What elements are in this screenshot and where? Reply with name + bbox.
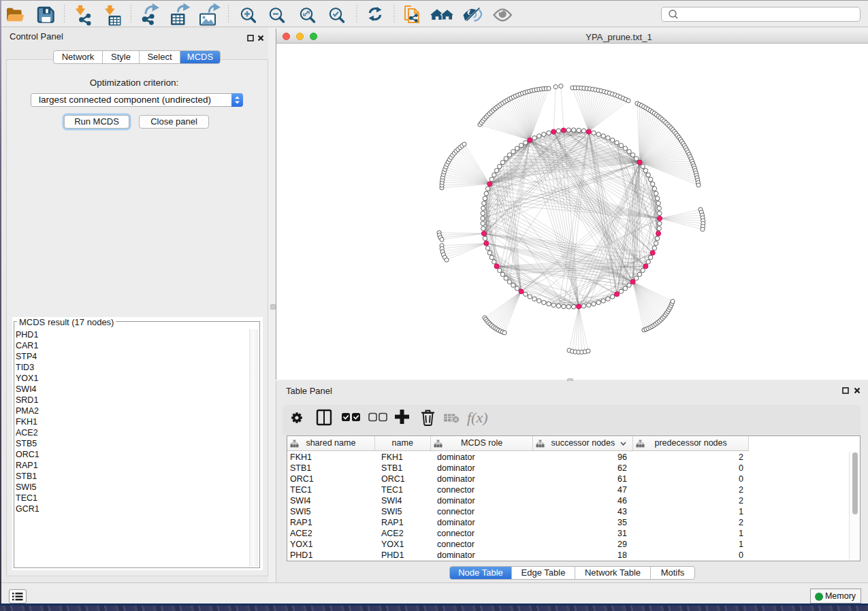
svg-text:f(x): f(x) (467, 409, 488, 426)
